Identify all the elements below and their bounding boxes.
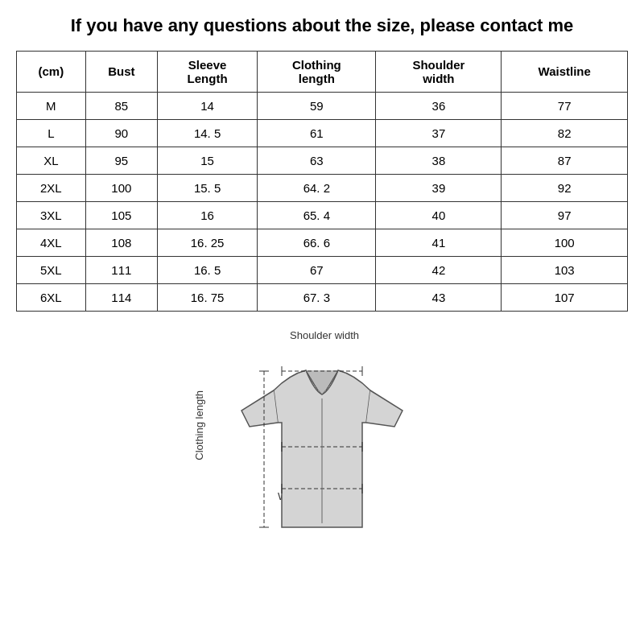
cell-sleeve: 14. 5 [157, 119, 257, 147]
table-row: L9014. 5613782 [17, 119, 628, 147]
col-header-waistline: Waistline [502, 51, 628, 92]
cell-sleeve: 14 [157, 92, 257, 119]
cell-clothing: 61 [258, 119, 376, 147]
table-row: 5XL11116. 56742103 [17, 256, 628, 283]
label-clothing: Clothing length [193, 390, 205, 460]
shirt-diagram [225, 350, 419, 543]
cell-sleeve: 16. 5 [157, 256, 257, 283]
cell-waistline: 92 [502, 174, 628, 201]
cell-size: M [17, 92, 86, 119]
cell-bust: 90 [85, 119, 157, 147]
table-row: 4XL10816. 2566. 641100 [17, 229, 628, 256]
label-shoulder: Shoulder width [290, 329, 359, 341]
cell-shoulder: 41 [376, 229, 502, 256]
cell-clothing: 63 [258, 147, 376, 174]
cell-bust: 108 [85, 229, 157, 256]
cell-shoulder: 42 [376, 256, 502, 283]
col-header-shoulder: Shoulderwidth [376, 51, 502, 92]
cell-shoulder: 39 [376, 174, 502, 201]
cell-bust: 100 [85, 174, 157, 201]
col-header-sleeve: SleeveLength [157, 51, 257, 92]
page: If you have any questions about the size… [0, 0, 644, 644]
cell-waistline: 77 [502, 92, 628, 119]
cell-shoulder: 38 [376, 147, 502, 174]
cell-size: 2XL [17, 174, 86, 201]
cell-waistline: 100 [502, 229, 628, 256]
cell-sleeve: 15. 5 [157, 174, 257, 201]
table-row: 2XL10015. 564. 23992 [17, 174, 628, 201]
table-row: 6XL11416. 7567. 343107 [17, 283, 628, 311]
cell-shoulder: 40 [376, 201, 502, 229]
cell-clothing: 59 [258, 92, 376, 119]
cell-sleeve: 15 [157, 147, 257, 174]
table-row: M8514593677 [17, 92, 628, 119]
cell-bust: 111 [85, 256, 157, 283]
cell-sleeve: 16 [157, 201, 257, 229]
cell-waistline: 107 [502, 283, 628, 311]
col-header-clothing: Clothinglength [258, 51, 376, 92]
header-text: If you have any questions about the size… [71, 14, 574, 38]
cell-waistline: 82 [502, 119, 628, 147]
table-row: 3XL1051665. 44097 [17, 201, 628, 229]
cell-clothing: 64. 2 [258, 174, 376, 201]
col-header-bust: Bust [85, 51, 157, 92]
cell-size: 5XL [17, 256, 86, 283]
diagram-container: Shoulder width Clothing length bust Wais… [193, 326, 451, 559]
cell-clothing: 67 [258, 256, 376, 283]
cell-sleeve: 16. 25 [157, 229, 257, 256]
cell-size: 4XL [17, 229, 86, 256]
cell-shoulder: 43 [376, 283, 502, 311]
cell-shoulder: 37 [376, 119, 502, 147]
cell-size: XL [17, 147, 86, 174]
cell-size: 6XL [17, 283, 86, 311]
cell-clothing: 66. 6 [258, 229, 376, 256]
col-header-size: (cm) [17, 51, 86, 92]
cell-clothing: 67. 3 [258, 283, 376, 311]
cell-bust: 105 [85, 201, 157, 229]
table-row: XL9515633887 [17, 147, 628, 174]
cell-size: 3XL [17, 201, 86, 229]
cell-waistline: 103 [502, 256, 628, 283]
cell-bust: 114 [85, 283, 157, 311]
cell-bust: 85 [85, 92, 157, 119]
cell-bust: 95 [85, 147, 157, 174]
cell-waistline: 97 [502, 201, 628, 229]
cell-waistline: 87 [502, 147, 628, 174]
cell-size: L [17, 119, 86, 147]
cell-clothing: 65. 4 [258, 201, 376, 229]
size-table: (cm) Bust SleeveLength Clothinglength Sh… [16, 51, 628, 312]
cell-sleeve: 16. 75 [157, 283, 257, 311]
cell-shoulder: 36 [376, 92, 502, 119]
